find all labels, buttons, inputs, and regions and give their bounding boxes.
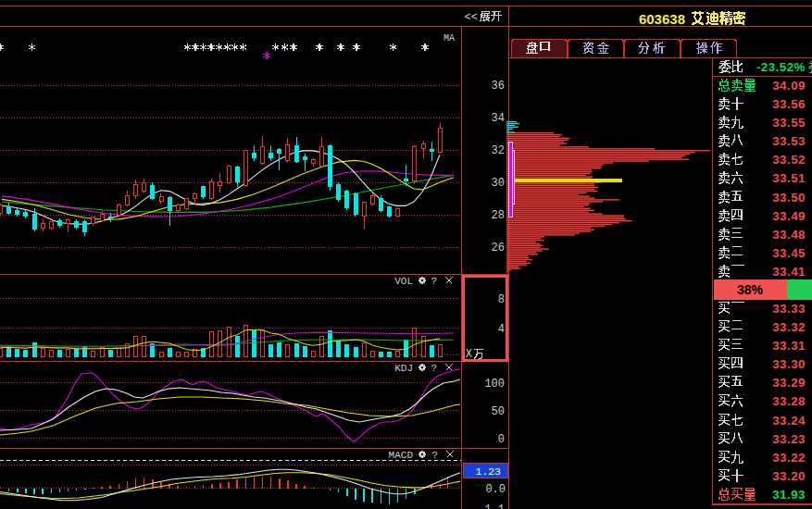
- svg-text:33.29: 33.29: [772, 376, 806, 390]
- svg-text:0: 0: [498, 433, 505, 446]
- svg-text:-23.52%: -23.52%: [756, 60, 806, 74]
- svg-text:26: 26: [492, 242, 505, 254]
- svg-text:33.22: 33.22: [772, 451, 806, 465]
- svg-text:33.45: 33.45: [772, 246, 806, 260]
- svg-text:-1.1: -1.1: [478, 503, 505, 509]
- svg-text:33.55: 33.55: [772, 116, 806, 130]
- svg-text:MA: MA: [443, 33, 455, 43]
- svg-text:KDJ: KDJ: [394, 363, 413, 374]
- svg-text:33.32: 33.32: [772, 320, 806, 334]
- svg-text:X: X: [466, 348, 472, 361]
- svg-text:?: ?: [431, 276, 437, 287]
- svg-text:38%: 38%: [737, 282, 764, 297]
- svg-text:34.09: 34.09: [772, 79, 806, 93]
- svg-text:33.28: 33.28: [772, 394, 806, 408]
- svg-text:33.53: 33.53: [772, 134, 806, 148]
- svg-text:33.20: 33.20: [772, 469, 806, 483]
- svg-text:33.49: 33.49: [772, 209, 806, 223]
- svg-text:33.31: 33.31: [772, 339, 806, 353]
- svg-text:33.24: 33.24: [772, 414, 806, 428]
- svg-text:0.0: 0.0: [485, 483, 506, 496]
- svg-text:33.51: 33.51: [772, 171, 806, 185]
- svg-text:?: ?: [431, 363, 437, 374]
- svg-text:33.33: 33.33: [772, 302, 806, 316]
- svg-text:28: 28: [492, 209, 505, 222]
- svg-text:100: 100: [484, 378, 505, 391]
- svg-text:?: ?: [431, 450, 438, 461]
- svg-text:1.23: 1.23: [475, 466, 501, 478]
- svg-text:8: 8: [498, 293, 505, 306]
- svg-text:31.93: 31.93: [772, 488, 806, 502]
- svg-text:33.41: 33.41: [772, 265, 806, 279]
- svg-text:603638: 603638: [639, 11, 685, 27]
- svg-text:36: 36: [492, 80, 505, 93]
- svg-text:33.56: 33.56: [772, 97, 806, 111]
- svg-text:33.48: 33.48: [772, 228, 806, 242]
- svg-text:33.30: 33.30: [772, 357, 806, 371]
- svg-text:4: 4: [498, 323, 505, 336]
- svg-text:MACD: MACD: [389, 450, 414, 461]
- svg-text:34: 34: [492, 112, 505, 125]
- svg-text:33.23: 33.23: [772, 432, 806, 446]
- svg-text:33.52: 33.52: [772, 153, 806, 167]
- svg-text:33.50: 33.50: [772, 191, 806, 205]
- svg-text:32: 32: [492, 144, 505, 157]
- svg-text:VOL: VOL: [394, 276, 413, 287]
- svg-text:30: 30: [492, 177, 505, 190]
- svg-text:<<: <<: [465, 11, 478, 24]
- svg-text:50: 50: [492, 405, 505, 418]
